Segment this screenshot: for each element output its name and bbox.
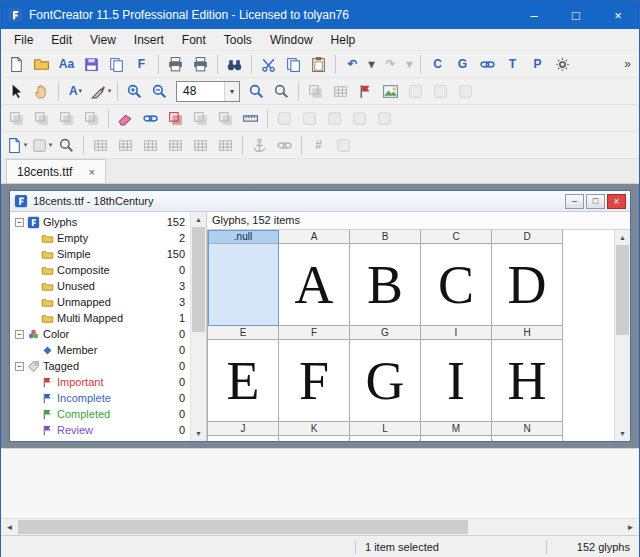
horizontal-scrollbar[interactable]: ◄ ► [1,518,639,535]
insert-text-link-button[interactable]: T [500,53,525,76]
code-view-button[interactable]: # [306,134,331,157]
freehand-draw-button[interactable] [138,107,163,130]
menu-item[interactable]: Window [261,29,322,50]
chevron-down-icon[interactable]: ▾ [224,82,239,101]
attach-button[interactable] [272,134,297,157]
open-font-button[interactable] [29,53,54,76]
tree-expander-icon[interactable]: − [15,218,24,227]
zoom-out-button[interactable] [147,80,172,103]
grid-options-button[interactable] [328,80,353,103]
menu-item[interactable]: Insert [125,29,173,50]
contour-tool-4-button[interactable] [347,107,372,130]
edit-tool-button[interactable] [4,80,29,103]
export-font-button[interactable]: F [129,53,154,76]
glyph-cell-A[interactable]: A A [279,230,350,326]
scroll-down-icon[interactable]: ▼ [615,426,630,441]
glyph-grid-scrollbar[interactable]: ▲ ▼ [614,230,630,441]
subtract-contours-button[interactable] [213,107,238,130]
metrics-grid-3-button[interactable] [138,134,163,157]
tree-item-tagged[interactable]: − Tagged 0 [10,358,190,374]
link-button[interactable] [475,53,500,76]
glyph-cell-F[interactable]: F F [279,326,350,422]
save-all-button[interactable] [104,53,129,76]
contour-tool-3-button[interactable] [322,107,347,130]
tree-item-completed[interactable]: Completed 0 [10,406,190,422]
overlap-highlight-button[interactable] [163,107,188,130]
glyph-cell-N[interactable]: N N [492,422,563,442]
print-button[interactable] [163,53,188,76]
glyph-cell-C[interactable]: C C [421,230,492,326]
glyph-cell-null[interactable]: .null [208,230,279,326]
save-button[interactable] [79,53,104,76]
zoom-in-button[interactable] [122,80,147,103]
transform-mode-button[interactable] [303,80,328,103]
maximize-button[interactable]: □ [555,1,597,29]
insert-glyph-button[interactable]: ▾ [4,134,29,157]
background-image-button[interactable] [378,80,403,103]
glyph-cell-K[interactable]: K K [279,422,350,442]
glyph-cell-H[interactable]: H H [492,326,563,422]
minimize-button[interactable]: – [513,1,555,29]
scroll-left-icon[interactable]: ◄ [1,519,18,535]
scrollbar-thumb[interactable] [192,227,205,332]
transform-skew-button[interactable] [4,107,29,130]
metrics-grid-5-button[interactable] [188,134,213,157]
contour-eraser-button[interactable] [113,107,138,130]
glyph-cell-E[interactable]: E E [208,326,279,422]
contour-mode-button[interactable]: A ▾ [63,80,88,103]
tree-expander-icon[interactable]: − [15,362,24,371]
title-bar[interactable]: FontCreator 11.5 Professional Edition - … [1,1,639,29]
font-overview-button[interactable]: Aa [54,53,79,76]
tool-option-3-button[interactable] [453,80,478,103]
tree-item-workspace[interactable]: Workspace [10,438,190,441]
insert-character-button[interactable]: ▾ [29,134,54,157]
tab-18cents[interactable]: 18cents.ttf × [6,159,106,183]
glyph-cell-B[interactable]: B B [350,230,421,326]
properties-button[interactable]: P [525,53,550,76]
tree-item-simple[interactable]: Simple 150 [10,246,190,262]
transform-mirror-button[interactable] [79,107,104,130]
menu-item[interactable]: Edit [42,29,81,50]
metrics-grid-2-button[interactable] [113,134,138,157]
copy-as-character-button[interactable]: C [425,53,450,76]
zoom-to-selection-button[interactable] [244,80,269,103]
tree-item-unmapped[interactable]: Unmapped 3 [10,294,190,310]
menu-item[interactable]: Font [173,29,215,50]
close-button[interactable]: × [597,1,639,29]
tree-item-multi-mapped[interactable]: Multi Mapped 1 [10,310,190,326]
copy-button[interactable] [281,53,306,76]
metrics-grid-4-button[interactable] [163,134,188,157]
menu-item[interactable]: View [81,29,125,50]
scrollbar-thumb[interactable] [616,245,629,335]
tree-item-glyphs[interactable]: − Glyphs 152 [10,214,190,230]
tree-expander-icon[interactable]: − [15,330,24,339]
anchor-button[interactable] [247,134,272,157]
undo-button[interactable]: ↶ [340,53,365,76]
transform-scale-button[interactable] [54,107,79,130]
tab-close-icon[interactable]: × [88,166,94,178]
tool-option-1-button[interactable] [403,80,428,103]
scroll-up-icon[interactable]: ▲ [191,212,206,227]
find-button[interactable] [222,53,247,76]
glyph-cell-D[interactable]: D D [492,230,563,326]
glyph-flag-button[interactable] [353,80,378,103]
zoom-to-fit-button[interactable] [269,80,294,103]
settings-button[interactable] [550,53,575,76]
contour-tool-2-button[interactable] [297,107,322,130]
tree-item-color[interactable]: − Color 0 [10,326,190,342]
tree-scrollbar[interactable]: ▲ ▼ [190,212,206,441]
scrollbar-thumb[interactable] [18,520,468,534]
glyph-cell-M[interactable]: M M [421,422,492,442]
toolbar-overflow-icon[interactable]: » [619,57,636,71]
glyph-cell-L[interactable]: L L [350,422,421,442]
contour-tool-5-button[interactable] [372,107,397,130]
pan-tool-button[interactable] [29,80,54,103]
zoom-level-combo[interactable]: 48 ▾ [176,81,240,102]
document-window-titlebar[interactable]: 18cents.ttf - 18thCentury – □ × [10,191,630,212]
paste-button[interactable] [306,53,331,76]
tree-item-important[interactable]: Important 0 [10,374,190,390]
tree-item-incomplete[interactable]: Incomplete 0 [10,390,190,406]
contour-tool-1-button[interactable] [272,107,297,130]
menu-item[interactable]: Tools [215,29,261,50]
scroll-up-icon[interactable]: ▲ [615,230,630,245]
